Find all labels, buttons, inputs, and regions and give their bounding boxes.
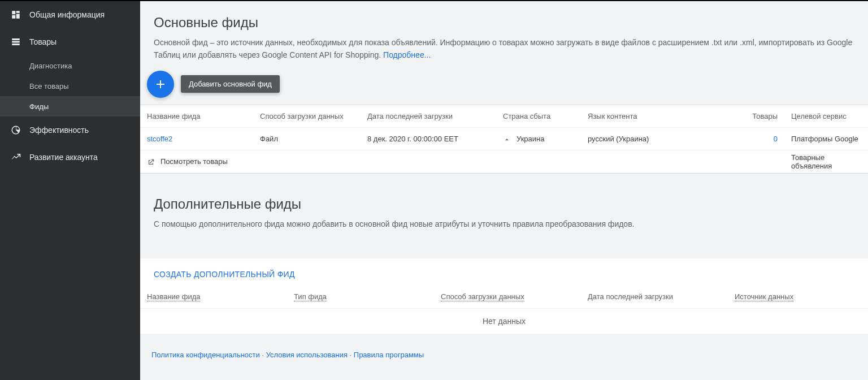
chevron-up-icon	[503, 136, 511, 144]
sidebar-item-label: Развитие аккаунта	[29, 153, 98, 162]
performance-icon	[10, 124, 21, 136]
sidebar-sub-label: Все товары	[29, 82, 69, 90]
col-last-upload: Дата последней загрузки	[361, 105, 496, 128]
sidebar-item-overview[interactable]: Общая информация	[0, 1, 140, 28]
feed-country: Украина	[496, 128, 581, 150]
footer-program-link[interactable]: Правила программы	[354, 351, 424, 359]
sidebar-sub-all-products[interactable]: Все товары	[0, 76, 140, 96]
table-row[interactable]: stcoffe2 Файл 8 дек. 2020 г. 00:00:00 EE…	[140, 128, 868, 150]
sidebar-item-label: Общая информация	[29, 10, 105, 19]
feed-last-upload: 8 дек. 2020 г. 00:00:00 EET	[361, 128, 496, 150]
sidebar-item-label: Эффективность	[29, 126, 89, 135]
list-icon	[10, 36, 21, 48]
learn-more-link[interactable]: Подробнее...	[383, 50, 431, 59]
supplemental-feeds-desc: С помощью дополнительного фида можно доб…	[154, 218, 854, 230]
col-method: Способ загрузки данных	[253, 105, 361, 128]
sidebar-item-products[interactable]: Товары	[0, 28, 140, 55]
feed-name-link[interactable]: stcoffe2	[140, 128, 253, 150]
sidebar-sub-label: Фиды	[29, 102, 49, 111]
sup-col-last-upload: Дата последней загрузки	[581, 286, 728, 308]
col-name: Название фида	[140, 105, 253, 128]
sup-table-header-row: Название фида Тип фида Способ загрузки д…	[140, 286, 868, 308]
feed-lang: русский (Украина)	[581, 128, 739, 150]
primary-feeds-desc: Основной фид – это источник данных, необ…	[154, 36, 854, 62]
table-header-row: Название фида Способ загрузки данных Дат…	[140, 105, 868, 128]
trending-up-icon	[10, 152, 21, 163]
plus-icon	[154, 77, 167, 91]
feed-items-link[interactable]: 0	[739, 128, 784, 150]
sup-col-source: Источник данных	[728, 286, 868, 308]
no-data-row: Нет данных	[140, 308, 868, 334]
supplemental-feeds-block: СОЗДАТЬ ДОПОЛНИТЕЛЬНЫЙ ФИД Название фида…	[140, 258, 868, 334]
sup-col-name: Название фида	[140, 286, 287, 308]
fab-row: Добавить основной фид	[140, 71, 868, 105]
sidebar-item-performance[interactable]: Эффективность	[0, 116, 140, 144]
primary-feeds-table: Название фида Способ загрузки данных Дат…	[140, 105, 868, 174]
sidebar-sub-diagnostics[interactable]: Диагностика	[0, 55, 140, 76]
sidebar-item-growth[interactable]: Развитие аккаунта	[0, 144, 140, 171]
supplemental-feeds-header: Дополнительные фиды С помощью дополнител…	[140, 174, 868, 241]
feed-method: Файл	[253, 128, 361, 150]
col-country: Страна сбыта	[496, 105, 581, 128]
feed-ads: Товарные объявления	[784, 150, 868, 173]
fab-tooltip: Добавить основной фид	[181, 75, 280, 93]
sup-col-type: Тип фида	[287, 286, 434, 308]
table-row-secondary: Посмотреть товары Товарные объявления	[140, 150, 868, 173]
open-new-icon	[147, 158, 155, 166]
sidebar: Общая информация Товары Диагностика Все …	[0, 1, 140, 380]
dashboard-icon	[10, 9, 21, 20]
sup-col-method: Способ загрузки данных	[434, 286, 581, 308]
create-supplemental-feed-button[interactable]: СОЗДАТЬ ДОПОЛНИТЕЛЬНЫЙ ФИД	[140, 258, 309, 286]
footer-privacy-link[interactable]: Политика конфиденциальности	[151, 351, 260, 359]
col-service: Целевой сервис	[784, 105, 868, 128]
add-primary-feed-button[interactable]	[147, 71, 174, 98]
col-lang: Язык контента	[581, 105, 739, 128]
supplemental-feeds-title: Дополнительные фиды	[154, 196, 854, 212]
view-products-link[interactable]: Посмотреть товары	[140, 150, 361, 173]
footer-terms-link[interactable]: Условия использования	[266, 351, 348, 359]
footer: Политика конфиденциальности · Условия ис…	[140, 334, 868, 369]
feed-service: Платформы Google	[784, 128, 868, 150]
col-items: Товары	[739, 105, 784, 128]
sidebar-sub-label: Диагностика	[29, 62, 72, 70]
sidebar-item-label: Товары	[29, 37, 57, 46]
main-content: Основные фиды Основной фид – это источни…	[140, 1, 868, 380]
sidebar-sub-feeds[interactable]: Фиды	[0, 96, 140, 116]
primary-feeds-title: Основные фиды	[154, 15, 854, 31]
primary-feeds-header: Основные фиды Основной фид – это источни…	[140, 1, 868, 73]
